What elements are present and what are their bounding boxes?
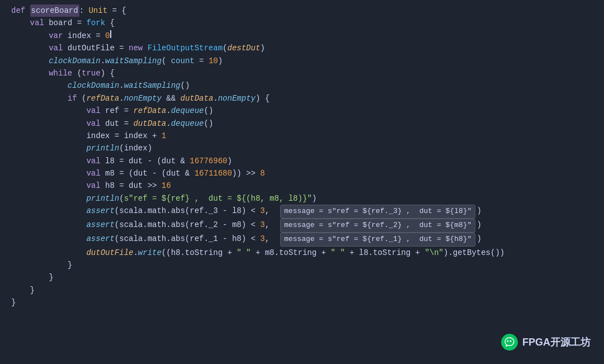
code-line-14: val m8 = (dut - (dut & 16711680)) >> 8 — [0, 167, 604, 179]
tooltip-message-h8: message = s"ref = ${ref._1} , dut = ${h8… — [280, 233, 475, 247]
code-line-15: val h8 = dut >> 16 — [0, 179, 604, 192]
code-line-19: assert(scala.math.abs(ref._1 - h8) < 3, … — [0, 233, 604, 247]
watermark-text: FPGA开源工坊 — [522, 335, 591, 349]
wechat-icon — [501, 334, 518, 351]
code-line-11: index = index + 1 — [0, 130, 604, 142]
code-editor: def scoreBoard: Unit = { val board = for… — [0, 0, 604, 314]
code-line-6: while (true) { — [0, 67, 604, 79]
svg-point-0 — [507, 341, 508, 342]
code-line-23: } — [0, 284, 604, 296]
code-line-3: var index = 0 — [0, 30, 604, 42]
type-unit: Unit — [88, 4, 107, 17]
code-line-13: val l8 = dut - (dut & 16776960) — [0, 155, 604, 167]
keyword-def: def — [11, 4, 30, 17]
code-line-18: assert(scala.math.abs(ref._2 - m8) < 3, … — [0, 219, 604, 233]
code-line-4: val dutOutFile = new FileOutputStream(de… — [0, 42, 604, 54]
code-line-1: def scoreBoard: Unit = { — [0, 4, 604, 17]
watermark: FPGA开源工坊 — [501, 334, 591, 351]
code-line-20: dutOutFile.write((h8.toString + " " + m8… — [0, 247, 604, 259]
svg-point-1 — [509, 341, 511, 342]
code-line-5: clockDomain.waitSampling( count = 10) — [0, 55, 604, 67]
code-line-12: println(index) — [0, 142, 604, 154]
code-line-24: } — [0, 296, 604, 309]
code-line-17: assert(scala.math.abs(ref._3 - l8) < 3, … — [0, 205, 604, 219]
code-line-22: } — [0, 271, 604, 283]
code-line-21: } — [0, 259, 604, 271]
code-line-10: val dut = dutData.dequeue() — [0, 117, 604, 130]
code-line-9: val ref = refData.dequeue() — [0, 105, 604, 117]
text-cursor — [110, 30, 111, 38]
code-line-16: println(s"ref = ${ref} , dut = ${(h8, m8… — [0, 192, 604, 205]
tooltip-message-m8: message = s"ref = ${ref._2} , dut = ${m8… — [280, 219, 475, 233]
code-line-2: val board = fork { — [0, 17, 604, 29]
code-line-8: if (refData.nonEmpty && dutData.nonEmpty… — [0, 92, 604, 105]
tooltip-message-l8: message = s"ref = ${ref._3} , dut = ${l8… — [280, 205, 475, 219]
code-line-7: clockDomain.waitSampling() — [0, 79, 604, 92]
fn-scoreboard: scoreBoard — [30, 4, 79, 17]
